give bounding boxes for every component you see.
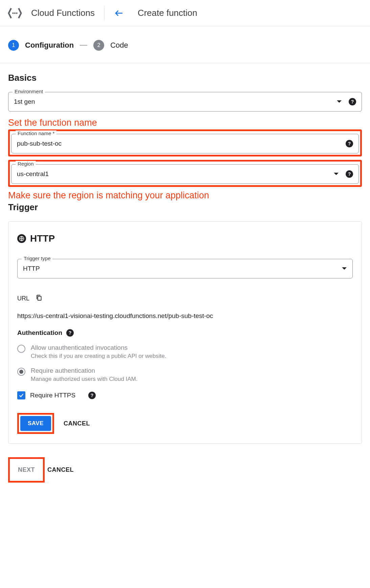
highlight-save: SAVE [17, 413, 54, 434]
url-label: URL [17, 295, 29, 302]
back-arrow-icon[interactable] [114, 8, 124, 18]
function-name-value: pub-sub-test-oc [17, 140, 346, 147]
trigger-title: Trigger [8, 202, 362, 213]
step-1-label[interactable]: Configuration [25, 41, 74, 50]
chevron-down-icon [342, 266, 347, 272]
help-icon[interactable]: ? [88, 392, 96, 399]
step-2-label[interactable]: Code [110, 41, 128, 50]
cancel-button-footer[interactable]: CANCEL [47, 466, 74, 473]
cloud-functions-icon [7, 5, 23, 21]
highlight-region: Region us-central1 ? [8, 160, 362, 187]
checkbox-icon [17, 391, 25, 399]
radio-icon [17, 345, 25, 353]
require-https-checkbox[interactable]: Require HTTPS ? [17, 391, 353, 399]
auth-title: Authentication [17, 329, 62, 337]
step-1-circle[interactable]: 1 [8, 40, 19, 51]
radio-auth-label: Require authentication [31, 367, 138, 374]
product-title: Cloud Functions [31, 8, 95, 18]
trigger-type-heading: HTTP [30, 233, 55, 244]
trigger-type-label: Trigger type [22, 255, 52, 261]
annotation-region: Make sure the region is matching your ap… [8, 190, 362, 201]
radio-unauth-label: Allow unauthenticated invocations [31, 344, 166, 351]
trigger-head: HTTP [17, 233, 353, 244]
next-button[interactable]: NEXT [11, 460, 42, 480]
highlight-function-name: Function name * pub-sub-test-oc ? [8, 129, 362, 156]
function-name-label: Function name * [16, 130, 56, 136]
page-title: Create function [138, 8, 197, 18]
highlight-next: NEXT [8, 457, 45, 483]
url-value: https://us-central1-visionai-testing.clo… [17, 312, 353, 320]
chevron-down-icon [333, 171, 339, 177]
globe-icon [17, 234, 26, 243]
divider [104, 6, 105, 21]
require-https-label: Require HTTPS [30, 392, 75, 399]
radio-unauth-desc: Check this if you are creating a public … [31, 353, 166, 360]
region-value: us-central1 [17, 170, 333, 178]
radio-require-auth[interactable]: Require authentication Manage authorized… [17, 367, 353, 383]
radio-auth-desc: Manage authorized users with Cloud IAM. [31, 376, 138, 383]
svg-point-2 [16, 12, 17, 14]
help-icon[interactable]: ? [346, 170, 353, 178]
stepper: 1 Configuration 2 Code [0, 26, 370, 63]
environment-select[interactable]: Environment 1st gen ? [8, 92, 362, 112]
trigger-type-select[interactable]: Trigger type HTTP [17, 259, 353, 278]
environment-label: Environment [13, 89, 45, 94]
svg-rect-4 [38, 296, 41, 300]
annotation-function-name: Set the function name [8, 118, 362, 128]
help-icon[interactable]: ? [349, 98, 356, 105]
step-dash [80, 45, 87, 46]
help-icon[interactable]: ? [346, 140, 353, 147]
chevron-down-icon [337, 99, 342, 105]
step-2-circle[interactable]: 2 [93, 40, 104, 51]
app-header: Cloud Functions Create function [0, 0, 370, 26]
save-button[interactable]: SAVE [20, 416, 51, 431]
auth-head: Authentication ? [17, 329, 353, 337]
environment-value: 1st gen [14, 98, 337, 105]
help-icon[interactable]: ? [66, 329, 74, 337]
radio-allow-unauth[interactable]: Allow unauthenticated invocations Check … [17, 344, 353, 360]
svg-point-1 [14, 12, 16, 14]
copy-icon[interactable] [36, 294, 42, 303]
function-name-input[interactable]: Function name * pub-sub-test-oc ? [11, 134, 359, 153]
svg-point-0 [12, 12, 14, 14]
region-select[interactable]: Region us-central1 ? [11, 164, 359, 184]
url-row: URL [17, 294, 353, 303]
radio-icon [17, 368, 25, 376]
cancel-button[interactable]: CANCEL [64, 420, 90, 427]
region-label: Region [16, 161, 36, 167]
trigger-type-value: HTTP [23, 265, 342, 272]
trigger-card: HTTP Trigger type HTTP URL https://us-ce… [8, 221, 362, 444]
basics-title: Basics [8, 73, 362, 83]
